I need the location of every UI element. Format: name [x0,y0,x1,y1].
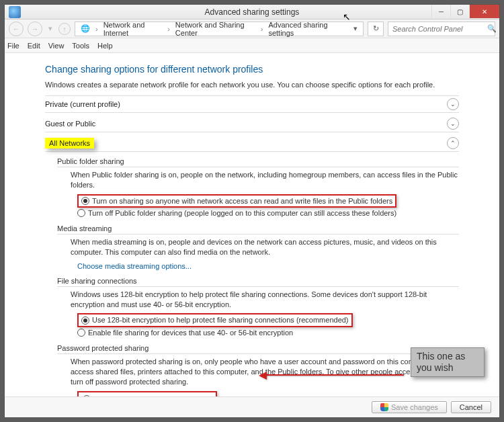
radio-public-off[interactable] [77,209,85,217]
radio-4056bit[interactable] [77,329,85,337]
chevron-up-icon[interactable]: ⌃ [447,137,459,149]
cancel-label: Cancel [460,403,482,411]
breadcrumb-item[interactable]: Network and Sharing Center [173,21,258,37]
section-filesharing-desc: Windows uses 128-bit encryption to help … [71,290,427,308]
profile-guest-public[interactable]: Guest or Public ⌄ [45,116,459,132]
annotation-arrow [264,374,404,376]
menu-edit[interactable]: Edit [28,42,40,50]
chevron-down-icon[interactable]: ⌄ [447,98,459,110]
titlebar[interactable]: Advanced sharing settings ─ ▢ ✕ ↖ [5,5,499,19]
radio-4056bit-label: Enable file sharing for devices that use… [88,328,293,338]
highlight-red-box: Turn on sharing so anyone with network a… [77,194,396,208]
section-media-title: Media streaming [57,223,459,235]
page-title: Change sharing options for different net… [45,64,459,75]
menubar: File Edit View Tools Help [5,38,499,53]
menu-view[interactable]: View [48,42,65,50]
chevron-down-icon[interactable]: ▾ [351,24,360,33]
section-password-title: Password protected sharing [57,343,459,354]
search-input[interactable] [391,24,487,34]
profile-all-networks[interactable]: All Networks ⌃ [45,135,459,152]
maximize-button[interactable]: ▢ [450,5,469,18]
annotation-arrowhead-icon [259,372,267,380]
cancel-button[interactable]: Cancel [451,401,491,413]
search-icon: 🔍 [487,24,497,33]
minimize-button[interactable]: ─ [431,5,450,18]
save-label: Save changes [391,403,438,411]
section-media-desc: When media streaming is on, people and d… [71,238,437,256]
chevron-down-icon[interactable]: ⌄ [447,118,459,130]
nav-back-button[interactable]: ← [9,22,24,36]
radio-128bit[interactable] [81,316,89,325]
media-streaming-link[interactable]: Choose media streaming options... [77,262,192,270]
menu-file[interactable]: File [7,42,19,50]
nav-history-dropdown[interactable]: ▾ [46,22,54,36]
radio-public-off-label: Turn off Public folder sharing (people l… [88,208,396,218]
breadcrumb-item[interactable]: Advanced sharing settings [265,21,345,37]
profile-private[interactable]: Private (current profile) ⌄ [45,95,459,113]
section-public-folder-desc: When Public folder sharing is on, people… [71,171,458,189]
breadcrumb-item[interactable]: Network and Internet [101,21,165,37]
nav-forward-button[interactable]: → [28,22,42,36]
section-public-folder-title: Public folder sharing [57,156,459,167]
content-area: Change sharing options for different net… [5,53,499,417]
highlight-red-box: Use 128-bit encryption to help protect f… [77,313,353,327]
radio-public-on-label: Turn on sharing so anyone with network a… [92,196,392,206]
shield-icon [380,403,388,411]
close-button[interactable]: ✕ [469,5,499,18]
footer: Save changes Cancel [5,396,499,417]
breadcrumb[interactable]: 🌐 › Network and Internet › Network and S… [75,22,364,36]
menu-help[interactable]: Help [97,42,113,50]
profile-guest-label: Guest or Public [45,120,95,128]
section-filesharing-title: File sharing connections [57,276,459,287]
menu-tools[interactable]: Tools [72,42,89,50]
radio-public-on[interactable] [81,197,89,205]
window-frame: Advanced sharing settings ─ ▢ ✕ ↖ ← → ▾ … [4,4,500,418]
radio-128bit-label: Use 128-bit encryption to help protect f… [92,315,349,325]
window-title: Advanced sharing settings [205,7,300,17]
annotation-callout: This one as you wish [411,347,485,377]
control-panel-icon: 🌐 [78,24,93,33]
refresh-button[interactable]: ↻ [368,22,384,36]
profile-private-label: Private (current profile) [45,100,120,108]
nav-up-button[interactable]: ↑ [58,23,71,35]
app-icon [9,6,21,18]
nav-toolbar: ← → ▾ ↑ 🌐 › Network and Internet › Netwo… [5,19,499,38]
search-box[interactable]: 🔍 [388,22,495,36]
page-description: Windows creates a separate network profi… [45,80,459,90]
save-changes-button[interactable]: Save changes [372,401,447,413]
profile-all-label: All Networks [45,138,94,149]
